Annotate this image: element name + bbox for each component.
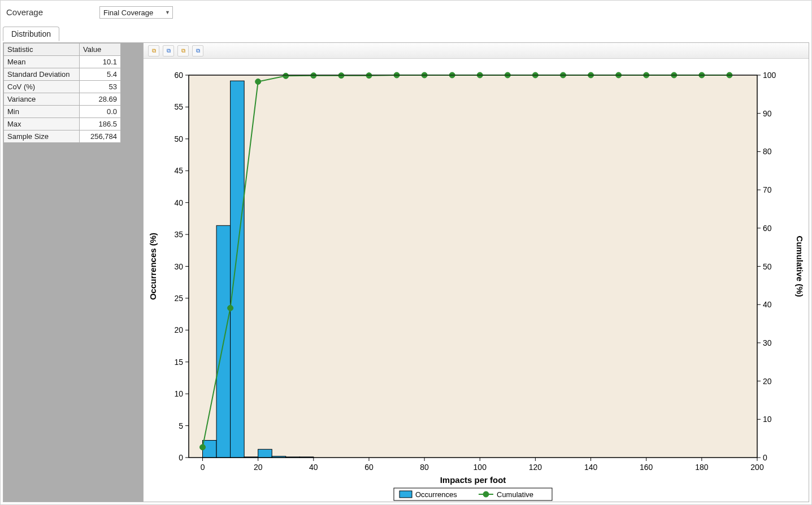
y-left-tick-label: 50: [174, 134, 183, 143]
chart-panel: ⧉ ⧉ ⧉ ⧉ 02040608010012014016018020005101…: [144, 43, 809, 502]
legend-label-cum: Cumulative: [497, 490, 533, 499]
x-tick-label: 140: [584, 463, 598, 472]
x-tick-label: 200: [750, 463, 764, 472]
panels: Statistic Value Mean10.1Standard Deviati…: [3, 42, 809, 502]
stats-row-value: 0.0: [80, 106, 121, 118]
cumulative-point: [228, 305, 233, 311]
stats-row: Mean10.1: [4, 56, 121, 68]
y-left-tick-label: 0: [179, 453, 183, 462]
stats-row-name: Variance: [4, 93, 80, 106]
stats-header-val: Value: [80, 43, 121, 56]
y-right-axis-title: Cumulative (%): [795, 236, 805, 297]
y-left-tick-label: 60: [174, 71, 183, 80]
app-root: Coverage Final Coverage ▼ Distribution S…: [0, 0, 812, 505]
histogram-bar: [231, 81, 245, 458]
coverage-select-value: Final Coverage: [103, 8, 153, 17]
tab-distribution[interactable]: Distribution: [3, 27, 59, 41]
y-right-tick-label: 50: [763, 262, 772, 271]
y-right-tick-label: 60: [763, 224, 772, 233]
stats-row-name: Max: [4, 118, 80, 130]
stats-row: Standard Deviation5.4: [4, 68, 121, 81]
stats-row-value: 28.69: [80, 93, 121, 106]
y-left-tick-label: 5: [179, 421, 183, 430]
chart-area: 0204060801001201401601802000510152025303…: [144, 58, 809, 502]
stats-row: Min0.0: [4, 106, 121, 118]
stats-row-name: CoV (%): [4, 81, 80, 93]
y-left-tick-label: 55: [174, 102, 183, 111]
stats-row: Sample Size256,784: [4, 130, 121, 143]
stats-row-name: Mean: [4, 56, 80, 68]
stats-row-value: 53: [80, 81, 121, 93]
y-left-tick-label: 30: [174, 262, 183, 271]
tab-row: Distribution: [3, 27, 59, 42]
y-left-axis-title: Occurrences (%): [148, 233, 158, 300]
stats-row: Variance28.69: [4, 93, 121, 106]
stats-row-value: 5.4: [80, 68, 121, 81]
legend-swatch-cum: [483, 491, 489, 497]
legend-label-occ: Occurrences: [415, 490, 457, 499]
x-tick-label: 40: [309, 463, 318, 472]
x-tick-label: 0: [201, 463, 205, 472]
legend-swatch-occ: [400, 491, 412, 498]
stats-row-name: Sample Size: [4, 130, 80, 143]
x-tick-label: 20: [254, 463, 263, 472]
stats-table: Statistic Value Mean10.1Standard Deviati…: [3, 43, 121, 143]
stats-row-value: 186.5: [80, 118, 121, 130]
stats-row-name: Standard Deviation: [4, 68, 80, 81]
x-tick-label: 80: [420, 463, 429, 472]
x-tick-label: 100: [474, 463, 487, 472]
chart-toolbar: ⧉ ⧉ ⧉ ⧉: [144, 43, 809, 59]
stats-row-value: 10.1: [80, 56, 121, 68]
chart-tool-2[interactable]: ⧉: [163, 45, 174, 56]
y-left-tick-label: 40: [174, 198, 183, 207]
y-left-tick-label: 25: [174, 294, 183, 303]
cumulative-point: [283, 73, 289, 79]
y-left-tick-label: 15: [174, 358, 183, 367]
y-right-tick-label: 70: [763, 185, 772, 194]
chart-tool-3[interactable]: ⧉: [177, 45, 189, 56]
y-right-tick-label: 80: [763, 147, 772, 156]
y-left-tick-label: 35: [174, 230, 183, 239]
x-axis-title: Impacts per foot: [440, 475, 506, 485]
cumulative-point: [366, 73, 372, 79]
stats-row: CoV (%)53: [4, 81, 121, 93]
histogram-bar: [258, 449, 272, 458]
chart-tool-1[interactable]: ⧉: [148, 45, 159, 56]
x-tick-label: 60: [364, 463, 374, 472]
y-right-tick-label: 20: [763, 377, 772, 386]
left-panel: Statistic Value Mean10.1Standard Deviati…: [3, 43, 144, 502]
y-left-tick-label: 10: [174, 389, 183, 398]
y-right-tick-label: 90: [763, 109, 772, 118]
top-strip: Coverage Final Coverage ▼: [1, 1, 811, 24]
y-right-tick-label: 10: [763, 415, 772, 424]
plot-background: [189, 75, 757, 458]
chart-svg: 0204060801001201401601802000510152025303…: [144, 58, 808, 503]
y-right-tick-label: 40: [763, 300, 772, 309]
chart-tool-4[interactable]: ⧉: [192, 45, 203, 56]
y-right-tick-label: 0: [763, 453, 767, 462]
cumulative-point: [338, 73, 344, 79]
x-tick-label: 160: [640, 463, 653, 472]
stats-row: Max186.5: [4, 118, 121, 130]
chevron-down-icon: ▼: [165, 10, 170, 15]
stats-header-stat: Statistic: [4, 43, 80, 56]
y-right-tick-label: 100: [763, 71, 776, 80]
coverage-select[interactable]: Final Coverage ▼: [99, 6, 173, 19]
x-tick-label: 180: [695, 463, 709, 472]
y-left-tick-label: 45: [174, 166, 183, 175]
cumulative-point: [200, 445, 206, 450]
coverage-label: Coverage: [6, 7, 43, 17]
y-left-tick-label: 20: [174, 325, 183, 334]
stats-row-value: 256,784: [80, 130, 121, 143]
x-tick-label: 120: [529, 463, 542, 472]
cumulative-point: [255, 79, 261, 85]
cumulative-point: [311, 73, 316, 79]
y-right-tick-label: 30: [763, 338, 772, 347]
stats-row-name: Min: [4, 106, 80, 118]
